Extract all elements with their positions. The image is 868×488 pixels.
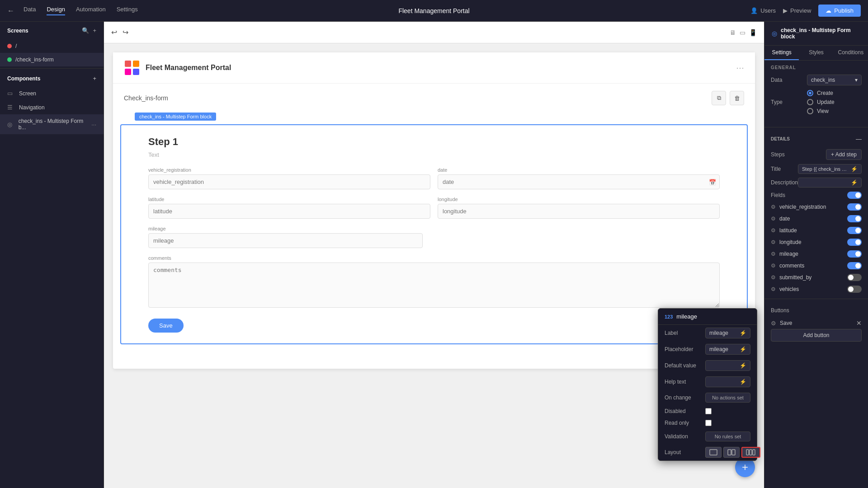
- gear-icon-vehicle[interactable]: ⚙: [771, 204, 776, 210]
- calendar-icon: 📅: [709, 178, 716, 185]
- more-icon[interactable]: ···: [91, 121, 96, 128]
- date-input[interactable]: [438, 174, 720, 189]
- gear-icon-longitude[interactable]: ⚙: [771, 239, 776, 245]
- mileage-toggle[interactable]: [847, 250, 862, 258]
- description-lightning[interactable]: ⚡: [851, 179, 858, 186]
- layout-2col-button[interactable]: [723, 447, 740, 458]
- steps-label: Steps: [771, 151, 826, 158]
- nav-design[interactable]: Design: [47, 6, 65, 15]
- tab-settings[interactable]: Settings: [764, 46, 799, 60]
- component-screen[interactable]: ▭ Screen: [0, 86, 104, 100]
- description-input[interactable]: ⚡: [798, 178, 862, 188]
- disabled-checkbox[interactable]: [705, 408, 712, 414]
- component-multistep-form[interactable]: ◎ check_ins - Multistep Form b... ···: [0, 114, 104, 134]
- add-button-button[interactable]: Add button: [771, 329, 862, 342]
- chevron-down-icon: ▾: [855, 77, 858, 83]
- app-menu-icon[interactable]: ⋯: [736, 63, 744, 73]
- placeholder-input[interactable]: mileage ⚡: [705, 344, 750, 355]
- users-button[interactable]: 👤 Users: [750, 7, 776, 14]
- popup-readonly-row: Read only: [658, 417, 757, 429]
- onchange-button[interactable]: No actions set: [705, 393, 750, 403]
- screen-item-root[interactable]: /: [0, 39, 104, 53]
- nav-automation[interactable]: Automation: [76, 6, 106, 15]
- publish-button[interactable]: ☁ Publish: [818, 5, 861, 17]
- tab-conditions[interactable]: Conditions: [834, 46, 868, 60]
- desktop-view-button[interactable]: 🖥: [730, 29, 736, 36]
- undo-button[interactable]: ↩: [111, 28, 117, 37]
- field-popup: 123 mileage Label mileage ⚡ Placeholder …: [658, 308, 757, 461]
- popup-layout-row: Layout: [658, 444, 757, 460]
- default-input[interactable]: ⚡: [705, 360, 750, 371]
- gear-icon-latitude[interactable]: ⚙: [771, 227, 776, 234]
- layout-1col-button[interactable]: [705, 447, 722, 458]
- comments-input[interactable]: [148, 263, 720, 308]
- add-component-icon[interactable]: +: [93, 75, 96, 82]
- longitude-input[interactable]: [438, 204, 720, 219]
- add-step-button[interactable]: + Add step: [826, 149, 862, 160]
- date-toggle[interactable]: [847, 215, 862, 222]
- gear-icon-mileage[interactable]: ⚙: [771, 251, 776, 257]
- tab-styles[interactable]: Styles: [799, 46, 833, 60]
- add-screen-icon[interactable]: +: [93, 27, 96, 34]
- latitude-input[interactable]: [148, 204, 430, 219]
- nav-settings[interactable]: Settings: [117, 6, 138, 15]
- label-lightning[interactable]: ⚡: [740, 330, 746, 336]
- left-sidebar: Screens 🔍 + / /check_ins-form Components…: [0, 22, 104, 488]
- panel-separator-1: [764, 127, 868, 127]
- nav-data[interactable]: Data: [24, 6, 36, 15]
- field-row-longitude: ⚙ longitude: [764, 236, 868, 248]
- placeholder-lightning[interactable]: ⚡: [740, 346, 746, 352]
- popup-validation-row: Validation No rules set: [658, 429, 757, 444]
- svg-rect-8: [750, 450, 752, 455]
- gear-icon-date[interactable]: ⚙: [771, 216, 776, 222]
- gear-icon-vehicles[interactable]: ⚙: [771, 286, 776, 292]
- vehicles-toggle[interactable]: [847, 286, 862, 293]
- readonly-label: Read only: [665, 420, 705, 426]
- gear-icon-comments[interactable]: ⚙: [771, 263, 776, 269]
- type-create[interactable]: Create: [807, 90, 862, 96]
- layout-3col-button[interactable]: [741, 447, 760, 458]
- redo-button[interactable]: ↪: [123, 28, 128, 37]
- panel-separator-2: [764, 299, 868, 299]
- mileage-input[interactable]: [148, 233, 423, 248]
- save-button-gear-icon[interactable]: ⚙: [771, 320, 776, 327]
- readonly-checkbox[interactable]: [705, 420, 712, 426]
- vehicle-registration-toggle[interactable]: [847, 203, 862, 211]
- delete-button[interactable]: 🗑: [730, 91, 744, 105]
- screen-item-checkins[interactable]: /check_ins-form: [0, 53, 104, 66]
- app-header: Fleet Management Portal ⋯: [113, 52, 755, 84]
- comments-toggle[interactable]: [847, 262, 862, 269]
- title-lightning[interactable]: ⚡: [851, 166, 858, 172]
- title-input[interactable]: Step {{ check_ins - ... ⚡: [798, 164, 862, 174]
- label-input[interactable]: mileage ⚡: [705, 328, 750, 338]
- data-select[interactable]: check_ins ▾: [807, 75, 862, 85]
- vehicle-registration-label: vehicle_registration: [148, 167, 430, 173]
- latitude-toggle[interactable]: [847, 227, 862, 234]
- type-update[interactable]: Update: [807, 99, 862, 105]
- submitted-by-toggle[interactable]: [847, 274, 862, 281]
- default-lightning[interactable]: ⚡: [740, 362, 746, 369]
- help-label: Help text: [665, 379, 705, 385]
- component-label: check_ins - Multistep Form b...: [19, 118, 87, 131]
- collapse-icon[interactable]: —: [856, 136, 862, 142]
- type-view[interactable]: View: [807, 108, 862, 114]
- help-input[interactable]: ⚡: [705, 376, 750, 387]
- view-radio-dot: [807, 108, 813, 114]
- preview-button[interactable]: ▶ Preview: [783, 7, 811, 14]
- tablet-view-button[interactable]: ▭: [740, 29, 745, 36]
- mobile-view-button[interactable]: 📱: [749, 29, 757, 36]
- popup-disabled-row: Disabled: [658, 405, 757, 417]
- help-lightning[interactable]: ⚡: [740, 379, 746, 385]
- save-button-remove[interactable]: ✕: [856, 319, 862, 327]
- longitude-toggle[interactable]: [847, 239, 862, 246]
- duplicate-button[interactable]: ⧉: [712, 91, 726, 105]
- back-button[interactable]: ←: [7, 7, 14, 15]
- component-navigation[interactable]: ☰ Navigation: [0, 100, 104, 114]
- save-button[interactable]: Save: [148, 319, 184, 333]
- gear-icon-submitted-by[interactable]: ⚙: [771, 274, 776, 281]
- fields-toggle[interactable]: [847, 192, 862, 199]
- components-title: Components: [7, 75, 40, 82]
- vehicle-registration-input[interactable]: [148, 174, 430, 189]
- search-icon[interactable]: 🔍: [82, 27, 89, 34]
- validation-button[interactable]: No rules set: [705, 432, 750, 441]
